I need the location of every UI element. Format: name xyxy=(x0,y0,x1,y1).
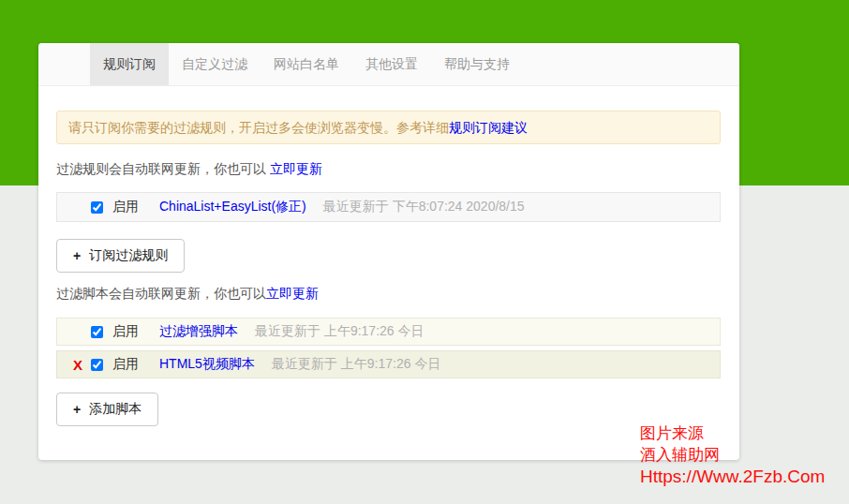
script-updated-text: 最近更新于 上午9:17:26 今日 xyxy=(255,323,424,340)
tab-content: 请只订阅你需要的过滤规则，开启过多会使浏览器变慢。参考详细规则订阅建议 过滤规则… xyxy=(38,86,739,426)
script-name-link[interactable]: HTML5视频脚本 xyxy=(159,356,255,373)
remove-script-button[interactable]: X xyxy=(65,357,91,373)
tab-rule-subscription[interactable]: 规则订阅 xyxy=(90,43,169,85)
script-row-html5-video: X 启用 HTML5视频脚本 最近更新于 上午9:17:26 今日 xyxy=(56,350,721,378)
rule-subscription-advice-link[interactable]: 规则订阅建议 xyxy=(449,120,528,135)
add-script-button[interactable]: + 添加脚本 xyxy=(56,393,158,426)
plus-icon: + xyxy=(73,248,81,263)
tab-site-whitelist[interactable]: 网站白名单 xyxy=(261,43,352,85)
subscription-warning-notice: 请只订阅你需要的过滤规则，开启过多会使浏览器变慢。参考详细规则订阅建议 xyxy=(56,111,721,144)
add-script-button-label: 添加脚本 xyxy=(89,401,142,418)
script-updated-text: 最近更新于 上午9:17:26 今日 xyxy=(272,356,441,373)
script-enable-label: 启用 xyxy=(112,356,139,373)
scripts-intro: 过滤脚本会自动联网更新，你也可以立即更新 xyxy=(56,286,721,303)
rules-intro-text: 过滤规则会自动联网更新，你也可以 xyxy=(56,161,270,176)
tab-help-support[interactable]: 帮助与支持 xyxy=(431,43,523,85)
plus-icon: + xyxy=(73,402,81,417)
notice-text: 请只订阅你需要的过滤规则，开启过多会使浏览器变慢。参考详细 xyxy=(68,120,449,135)
rule-enable-label: 启用 xyxy=(112,199,139,215)
subscribe-filter-rules-button[interactable]: + 订阅过滤规则 xyxy=(56,239,185,273)
script-enable-checkbox[interactable] xyxy=(91,359,103,371)
subscribe-button-label: 订阅过滤规则 xyxy=(89,247,168,264)
script-enable-checkbox[interactable] xyxy=(91,326,103,338)
watermark: 图片来源 酒入辅助网 Https://Www.2Fzb.Com xyxy=(640,422,825,487)
script-enable-label: 启用 xyxy=(112,323,139,340)
rule-enable-checkbox[interactable] xyxy=(91,201,103,214)
watermark-url: Https://Www.2Fzb.Com xyxy=(640,466,825,487)
rule-name-link[interactable]: ChinaList+EasyList(修正) xyxy=(159,199,306,215)
rules-update-now-link[interactable]: 立即更新 xyxy=(270,161,322,176)
filter-rule-row: 启用 ChinaList+EasyList(修正) 最近更新于 下午8:07:2… xyxy=(56,192,721,222)
script-name-link[interactable]: 过滤增强脚本 xyxy=(159,323,238,340)
scripts-update-now-link[interactable]: 立即更新 xyxy=(266,286,319,301)
tab-other-settings[interactable]: 其他设置 xyxy=(352,43,431,85)
watermark-line1: 图片来源 xyxy=(640,422,825,444)
rule-updated-text: 最近更新于 下午8:07:24 2020/8/15 xyxy=(323,199,525,215)
watermark-line2: 酒入辅助网 xyxy=(640,444,825,466)
tab-custom-filter[interactable]: 自定义过滤 xyxy=(169,43,261,85)
scripts-intro-text: 过滤脚本会自动联网更新，你也可以 xyxy=(56,286,266,301)
script-row-filter-enhance: 启用 过滤增强脚本 最近更新于 上午9:17:26 今日 xyxy=(56,318,721,346)
rules-intro: 过滤规则会自动联网更新，你也可以 立即更新 xyxy=(56,161,721,178)
settings-card: 规则订阅 自定义过滤 网站白名单 其他设置 帮助与支持 请只订阅你需要的过滤规则… xyxy=(38,43,739,460)
tab-bar: 规则订阅 自定义过滤 网站白名单 其他设置 帮助与支持 xyxy=(38,43,739,86)
